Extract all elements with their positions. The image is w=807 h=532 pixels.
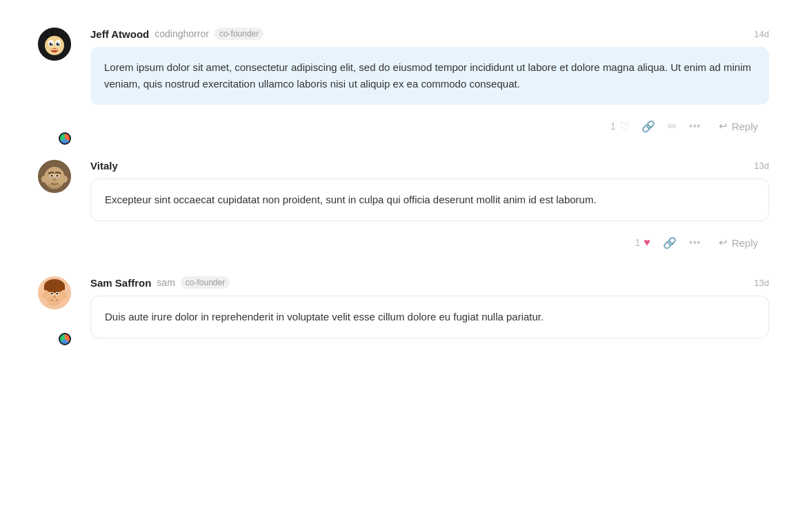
svg-point-33 bbox=[57, 293, 59, 295]
vitaly-avatar-svg bbox=[38, 160, 71, 193]
link-action[interactable]: 🔗 bbox=[641, 120, 655, 133]
post-actions: 1 ♡ 🔗 ✏ ••• ↩ Reply bbox=[90, 113, 769, 146]
svg-point-8 bbox=[50, 43, 53, 46]
svg-point-21 bbox=[56, 174, 59, 177]
post-content: Excepteur sint occaecat cupidatat non pr… bbox=[90, 178, 769, 221]
svg-point-35 bbox=[49, 300, 60, 306]
post-text: Duis aute irure dolor in reprehenderit i… bbox=[105, 311, 544, 323]
svg-point-32 bbox=[51, 293, 53, 295]
posts-feed: Jeff Atwood codinghorror co-founder 14d … bbox=[24, 14, 783, 347]
reply-arrow-icon: ↩ bbox=[719, 120, 728, 132]
author-badge: co-founder bbox=[181, 276, 230, 289]
svg-point-17 bbox=[62, 176, 68, 183]
reply-button[interactable]: ↩ Reply bbox=[713, 117, 764, 135]
post-header-left: Jeff Atwood codinghorror co-founder bbox=[90, 28, 263, 40]
author-username: codinghorror bbox=[155, 28, 209, 39]
svg-rect-27 bbox=[44, 286, 65, 290]
more-action[interactable]: ••• bbox=[689, 236, 701, 249]
heart-icon[interactable]: ♡ bbox=[619, 120, 629, 133]
post-item: Sam Saffron sam co-founder 13d Duis aute… bbox=[38, 263, 769, 347]
reply-label: Reply bbox=[732, 237, 758, 249]
svg-point-20 bbox=[50, 174, 53, 177]
svg-point-9 bbox=[57, 43, 60, 46]
like-action[interactable]: 1 ♥ bbox=[635, 236, 650, 249]
svg-point-28 bbox=[42, 293, 47, 298]
svg-point-34 bbox=[53, 296, 56, 298]
discourse-badge bbox=[57, 331, 72, 347]
post-body: Vitaly 13d Excepteur sint occaecat cupid… bbox=[90, 160, 769, 263]
author-username: sam bbox=[157, 277, 175, 288]
avatar-col bbox=[38, 160, 79, 263]
svg-point-22 bbox=[52, 178, 57, 181]
reply-button[interactable]: ↩ Reply bbox=[713, 234, 764, 252]
svg-rect-13 bbox=[52, 49, 57, 50]
post-content: Lorem ipsum dolor sit amet, consectetur … bbox=[90, 47, 769, 105]
svg-point-11 bbox=[58, 43, 59, 44]
post-text: Excepteur sint occaecat cupidatat non pr… bbox=[105, 194, 597, 205]
like-action[interactable]: 1 ♡ bbox=[610, 120, 629, 133]
post-body: Jeff Atwood codinghorror co-founder 14d … bbox=[90, 28, 769, 146]
post-item: Vitaly 13d Excepteur sint occaecat cupid… bbox=[38, 146, 769, 263]
sam-avatar-svg bbox=[38, 276, 71, 309]
like-count: 1 bbox=[610, 121, 616, 132]
avatar-col bbox=[38, 276, 79, 347]
post-header: Jeff Atwood codinghorror co-founder 14d bbox=[90, 28, 769, 40]
author-badge: co-founder bbox=[215, 28, 263, 40]
author-name: Jeff Atwood bbox=[90, 28, 149, 40]
post-actions: 1 ♥ 🔗 ••• ↩ Reply bbox=[90, 229, 769, 263]
discourse-icon bbox=[60, 334, 70, 344]
like-count: 1 bbox=[635, 237, 641, 248]
post-header-left: Sam Saffron sam co-founder bbox=[90, 276, 230, 289]
svg-point-29 bbox=[63, 293, 68, 298]
avatar bbox=[38, 276, 71, 309]
post-time: 14d bbox=[754, 29, 769, 39]
post-header: Vitaly 13d bbox=[90, 160, 769, 172]
post-time: 13d bbox=[754, 161, 769, 171]
author-name: Vitaly bbox=[90, 160, 118, 172]
edit-action[interactable]: ✏ bbox=[668, 120, 677, 133]
svg-point-23 bbox=[48, 183, 61, 190]
link-action[interactable]: 🔗 bbox=[663, 236, 677, 249]
reply-arrow-icon: ↩ bbox=[719, 236, 728, 249]
post-body: Sam Saffron sam co-founder 13d Duis aute… bbox=[90, 276, 769, 347]
avatar bbox=[38, 28, 71, 61]
post-content: Duis aute irure dolor in reprehenderit i… bbox=[90, 296, 769, 338]
avatar bbox=[38, 160, 71, 193]
discourse-icon bbox=[60, 134, 70, 143]
post-header: Sam Saffron sam co-founder 13d bbox=[90, 276, 769, 289]
heart-icon[interactable]: ♥ bbox=[644, 236, 650, 249]
jeff-avatar-svg bbox=[38, 28, 71, 61]
post-header-left: Vitaly bbox=[90, 160, 118, 172]
post-text: Lorem ipsum dolor sit amet, consectetur … bbox=[104, 61, 751, 90]
avatar-col bbox=[38, 28, 79, 146]
post-item: Jeff Atwood codinghorror co-founder 14d … bbox=[38, 14, 769, 146]
author-name: Sam Saffron bbox=[90, 277, 151, 289]
reply-label: Reply bbox=[732, 121, 758, 132]
discourse-badge bbox=[57, 131, 72, 146]
svg-point-10 bbox=[51, 43, 52, 44]
post-time: 13d bbox=[754, 278, 769, 288]
more-action[interactable]: ••• bbox=[689, 120, 701, 132]
svg-point-16 bbox=[41, 176, 47, 183]
